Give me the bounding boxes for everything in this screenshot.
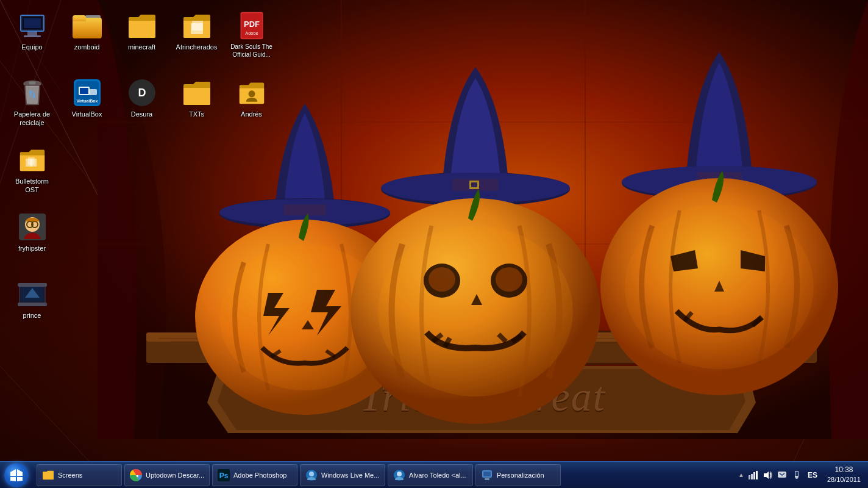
bulletstorm-icon xyxy=(18,145,47,174)
svg-rect-53 xyxy=(24,18,41,28)
start-orb xyxy=(4,463,29,487)
desktop-icon-fryhipster[interactable]: fryhipster xyxy=(6,207,58,274)
svg-rect-102 xyxy=(795,478,798,479)
txts-icon xyxy=(182,78,212,107)
darksouls-icon: PDF Adobe xyxy=(237,11,266,40)
svg-rect-82 xyxy=(18,303,47,306)
svg-rect-66 xyxy=(88,89,97,95)
zomboid-icon xyxy=(73,11,102,40)
svg-rect-93 xyxy=(483,472,491,476)
taskbar-item-windowslive[interactable]: Windows Live Me... xyxy=(300,464,385,486)
svg-text:PDF: PDF xyxy=(244,20,260,29)
desktop-icon-atrincherados[interactable]: Atrincherados xyxy=(171,6,222,73)
desktop-icon-zomboid[interactable]: zomboid xyxy=(61,6,113,73)
svg-rect-98 xyxy=(756,471,758,479)
mail-icon xyxy=(393,469,405,481)
clock-date: 28/10/2011 xyxy=(827,475,861,484)
bulletstorm-label: Bulletstorm OST xyxy=(8,177,57,195)
svg-point-38 xyxy=(496,267,522,292)
desktop-icon-bulletstorm[interactable]: Bulletstorm OST xyxy=(6,140,58,207)
svg-rect-61 xyxy=(29,82,35,85)
txts-label: TXTs xyxy=(189,110,204,118)
svg-point-34 xyxy=(378,226,573,396)
svg-rect-101 xyxy=(795,472,798,476)
svg-point-70 xyxy=(248,90,255,97)
personalizacion-label: Personalización xyxy=(497,472,544,479)
svg-rect-25 xyxy=(283,204,326,215)
svg-rect-51 xyxy=(24,35,41,37)
desktop-icon-desura[interactable]: D Desura xyxy=(116,73,168,140)
tray-volume-icon[interactable] xyxy=(761,469,774,481)
andres-icon xyxy=(237,78,266,107)
photoshop-label: Adobe Photoshop xyxy=(233,472,286,479)
svg-rect-55 xyxy=(192,21,203,30)
virtualbox-label: VirtualBox xyxy=(72,110,102,118)
prince-icon xyxy=(18,279,47,309)
svg-text:VirtualBox: VirtualBox xyxy=(76,99,98,103)
desktop-icon-prince[interactable]: prince xyxy=(6,274,58,342)
svg-point-89 xyxy=(309,472,314,476)
tray-network-icon[interactable] xyxy=(747,469,759,481)
screens-icon xyxy=(42,469,54,481)
desura-label: Desura xyxy=(131,110,152,118)
fryhipster-icon xyxy=(18,212,47,242)
desktop-icon-txts[interactable]: TXTs xyxy=(171,73,222,140)
alvaro-label: Alvaro Toledo <al... xyxy=(409,472,466,479)
language-indicator[interactable]: ES xyxy=(805,471,820,479)
svg-rect-50 xyxy=(27,32,37,35)
desktop-icons: Equipo zomboid minecra xyxy=(6,6,280,342)
svg-rect-95 xyxy=(749,475,750,479)
svg-rect-97 xyxy=(753,472,755,479)
desktop-icon-papelera[interactable]: Papelera de reciclaje xyxy=(6,73,58,140)
clock-time: 10:38 xyxy=(834,465,853,475)
uptodown-label: Uptodown Descar... xyxy=(146,472,204,479)
svg-rect-81 xyxy=(18,283,47,287)
virtualbox-icon: VirtualBox xyxy=(73,78,102,107)
andres-label: Andrés xyxy=(241,110,262,118)
windowslive-icon xyxy=(305,469,318,481)
svg-text:D: D xyxy=(138,87,146,99)
tray-device-icon[interactable] xyxy=(791,469,803,481)
desktop-icon-equipo[interactable]: Equipo xyxy=(6,6,58,73)
prince-label: prince xyxy=(23,311,41,320)
start-button[interactable] xyxy=(0,462,33,489)
fryhipster-label: fryhipster xyxy=(18,244,46,253)
desktop: Trick or Treat Trick or Treat xyxy=(0,0,868,488)
desura-icon: D xyxy=(127,78,157,107)
taskbar-item-screens[interactable]: Screens xyxy=(37,464,122,486)
atrincherados-icon xyxy=(182,11,212,40)
taskbar-item-photoshop[interactable]: Ps Adobe Photoshop xyxy=(212,464,297,486)
system-clock[interactable]: 10:38 28/10/2011 xyxy=(822,465,866,484)
desktop-icon-andres[interactable]: Andrés xyxy=(226,73,277,140)
windowslive-label: Windows Live Me... xyxy=(321,472,379,479)
tray-message-icon[interactable] xyxy=(776,469,788,481)
svg-rect-73 xyxy=(30,159,37,167)
photoshop-icon: Ps xyxy=(218,469,230,481)
taskbar-item-personalizacion[interactable]: Personalización xyxy=(475,464,561,486)
desktop-icon-darksouls[interactable]: PDF Adobe Dark Souls The Official Guid..… xyxy=(226,6,277,73)
personalizacion-icon xyxy=(481,469,493,481)
papelera-label: Papelera de reciclaje xyxy=(8,110,57,127)
svg-text:Adobe: Adobe xyxy=(245,30,258,36)
system-tray: ▲ xyxy=(736,462,868,488)
darksouls-label: Dark Souls The Official Guid... xyxy=(227,43,276,59)
svg-point-91 xyxy=(397,472,402,476)
screens-label: Screens xyxy=(58,472,82,479)
computer-icon xyxy=(18,11,47,40)
taskbar-item-alvaro[interactable]: Alvaro Toledo <al... xyxy=(388,464,473,486)
zomboid-label: zomboid xyxy=(74,43,100,51)
svg-text:Ps: Ps xyxy=(219,472,229,480)
taskbar-item-uptodown[interactable]: Uptodown Descar... xyxy=(124,464,210,486)
minecraft-label: minecraft xyxy=(128,43,155,51)
tray-expand-arrow[interactable]: ▲ xyxy=(738,472,744,478)
equipo-label: Equipo xyxy=(21,43,42,51)
desktop-icon-virtualbox[interactable]: VirtualBox VirtualBox xyxy=(61,73,113,140)
svg-line-5 xyxy=(0,366,91,464)
chrome-icon xyxy=(130,469,142,481)
svg-rect-94 xyxy=(485,478,489,480)
svg-rect-65 xyxy=(80,88,88,94)
taskbar: Screens Uptodown Descar... xyxy=(0,461,868,488)
minecraft-icon xyxy=(127,11,157,40)
desktop-icon-minecraft[interactable]: minecraft xyxy=(116,6,168,73)
recycle-bin-icon xyxy=(18,78,47,107)
